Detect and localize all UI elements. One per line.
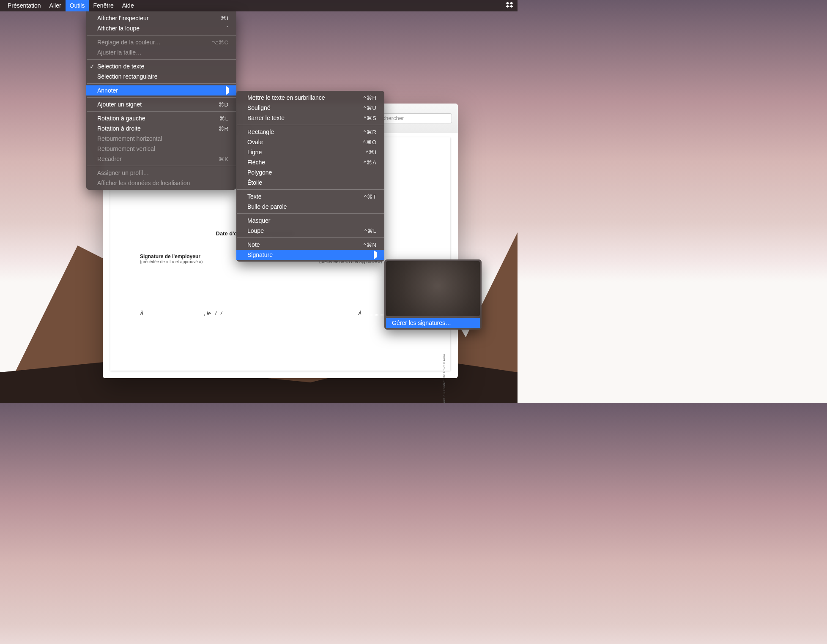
menubar-right <box>506 1 518 10</box>
menu-item-ajouter-signet[interactable]: Ajouter un signet⌘D <box>86 99 236 109</box>
menu-item-texte[interactable]: Texte^⌘T <box>236 191 384 202</box>
annotate-menu: Mettre le texte en surbrillance^⌘H Souli… <box>236 91 384 262</box>
menu-item-ovale[interactable]: Ovale^⌘O <box>236 137 384 147</box>
menubar-item-aide[interactable]: Aide <box>118 0 138 11</box>
menu-item-recadrer: Recadrer⌘K <box>86 154 236 164</box>
menu-item-polygone[interactable]: Polygone <box>236 167 384 177</box>
menu-item-selection-rect[interactable]: Sélection rectangulaire <box>86 71 236 82</box>
menu-item-note[interactable]: Note^⌘N <box>236 240 384 250</box>
menu-item-flip-v: Retournement vertical <box>86 144 236 154</box>
menu-item-rotation-gauche[interactable]: Rotation à gauche⌘L <box>86 113 236 123</box>
menu-item-signature[interactable]: Signature <box>236 250 384 260</box>
menubar-item-fenetre[interactable]: Fenêtre <box>89 0 118 11</box>
menu-item-reglage-couleur: Réglage de la couleur…⌥⌘C <box>86 37 236 47</box>
menu-item-bulle[interactable]: Bulle de parole <box>236 202 384 212</box>
signature-menu: Gérer les signatures… <box>384 259 482 330</box>
signature-preview-empty[interactable] <box>386 261 480 316</box>
menu-item-souligne[interactable]: Souligné^⌘U <box>236 103 384 113</box>
menu-item-gerer-signatures[interactable]: Gérer les signatures… <box>386 318 480 328</box>
menu-item-barrer[interactable]: Barrer le texte^⌘S <box>236 113 384 123</box>
place-date-left: À , le / / <box>140 311 222 317</box>
menu-item-etoile[interactable]: Étoile <box>236 177 384 188</box>
signature-employer-block: Signature de l'employeur (précédée de « … <box>140 254 241 264</box>
menu-item-loupe-annot[interactable]: Loupe^⌘L <box>236 226 384 236</box>
check-icon: ✓ <box>90 63 95 70</box>
menu-item-assigner-profil: Assigner un profil… <box>86 168 236 178</box>
menu-item-selection-texte[interactable]: ✓Sélection de texte <box>86 61 236 71</box>
menu-item-rectangle[interactable]: Rectangle^⌘R <box>236 127 384 137</box>
signature-employer-label: Signature de l'employeur <box>140 254 241 259</box>
menu-item-flip-h: Retournement horizontal <box>86 134 236 144</box>
signature-employer-sub: (précédée de « Lu et approuvé ») <box>140 259 241 264</box>
document-side-label: Réalisation … – Avenant au contrat de tr… <box>442 354 446 403</box>
submenu-arrow-icon <box>226 88 229 93</box>
menu-item-annoter[interactable]: Annoter <box>86 85 236 96</box>
menu-item-fleche[interactable]: Flèche^⌘A <box>236 157 384 167</box>
menu-item-ligne[interactable]: Ligne^⌘I <box>236 147 384 157</box>
menubar-item-aller[interactable]: Aller <box>45 0 66 11</box>
menubar: Présentation Aller Outils Fenêtre Aide <box>0 0 518 11</box>
menu-item-ajuster-taille: Ajuster la taille… <box>86 47 236 57</box>
menu-item-surbrillance[interactable]: Mettre le texte en surbrillance^⌘H <box>236 93 384 103</box>
menu-item-masquer[interactable]: Masquer <box>236 216 384 226</box>
menubar-item-outils[interactable]: Outils <box>66 0 89 11</box>
menubar-item-presentation[interactable]: Présentation <box>3 0 45 11</box>
menu-item-inspecteur[interactable]: Afficher l'inspecteur⌘I <box>86 13 236 23</box>
menu-item-rotation-droite[interactable]: Rotation à droite⌘R <box>86 123 236 134</box>
tools-menu: Afficher l'inspecteur⌘I Afficher la loup… <box>86 11 236 190</box>
menu-item-loupe[interactable]: Afficher la loupe` <box>86 23 236 33</box>
dropbox-icon[interactable] <box>506 3 513 10</box>
submenu-arrow-icon <box>374 252 377 257</box>
menu-item-localisation: Afficher les données de localisation <box>86 178 236 188</box>
